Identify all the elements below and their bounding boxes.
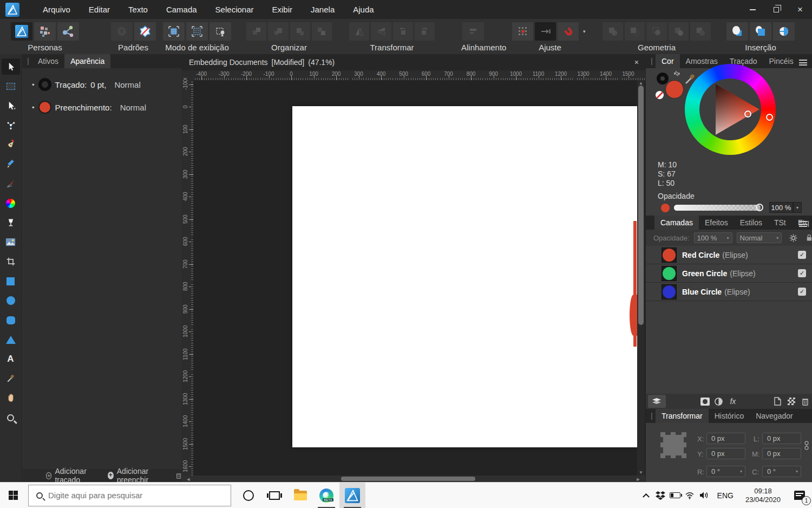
layer-effects-button[interactable]: fx bbox=[725, 397, 741, 406]
opacity-slider[interactable] bbox=[674, 205, 761, 211]
horizontal-scrollbar-thumb[interactable] bbox=[341, 477, 475, 481]
rotation-field-input[interactable]: 0 °▾ bbox=[706, 466, 745, 477]
shear-field-input[interactable]: 0 °▾ bbox=[762, 466, 801, 477]
opacity-slider-knob[interactable] bbox=[756, 204, 763, 211]
flip-horizontal-button[interactable] bbox=[349, 22, 369, 41]
crop-tool[interactable] bbox=[2, 253, 20, 270]
export-persona-button[interactable] bbox=[57, 22, 79, 41]
document-close-icon[interactable]: × bbox=[634, 58, 639, 67]
menu-item[interactable]: Selecionar bbox=[206, 1, 263, 18]
boolean-combine-button[interactable] bbox=[690, 22, 711, 41]
stroke-swatch[interactable] bbox=[38, 78, 51, 91]
horizontal-ruler[interactable]: -400-300-200-100010020030040050060070080… bbox=[193, 70, 645, 80]
network-tray-button[interactable] bbox=[683, 483, 697, 508]
boolean-subtract-button[interactable]: − bbox=[625, 22, 645, 41]
fill-swatch[interactable] bbox=[38, 101, 51, 114]
transform-tab[interactable]: Histórico bbox=[709, 409, 750, 423]
panel-drag-handle[interactable] bbox=[28, 58, 29, 65]
start-button[interactable] bbox=[0, 483, 26, 508]
taskbar-search[interactable] bbox=[28, 485, 231, 506]
height-field-input[interactable]: 0 px bbox=[762, 448, 801, 459]
search-input[interactable] bbox=[48, 491, 211, 500]
view-mode-pixel-button[interactable] bbox=[163, 22, 185, 41]
layer-visibility-checkbox[interactable]: ✓ bbox=[798, 269, 806, 277]
rotate-cw-button[interactable] bbox=[415, 22, 435, 41]
menu-item[interactable]: Editar bbox=[80, 1, 119, 18]
dropbox-tray-button[interactable] bbox=[653, 483, 668, 508]
triangle-tool[interactable] bbox=[2, 331, 20, 348]
view-mode-retina-button[interactable] bbox=[186, 22, 208, 41]
vertical-ruler[interactable]: -100010020030040050060070080090010001100… bbox=[181, 80, 193, 476]
view-mode-outline-button[interactable] bbox=[209, 22, 231, 41]
text-tool[interactable]: A bbox=[2, 351, 20, 367]
opacity-color-swatch[interactable] bbox=[661, 204, 670, 212]
pattern-save-button[interactable] bbox=[111, 22, 133, 41]
fill-color-swatch[interactable] bbox=[665, 80, 684, 99]
layers-tab[interactable]: Estilos bbox=[734, 216, 768, 230]
width-field-input[interactable]: 0 px bbox=[762, 433, 801, 444]
snapping-magnet-button[interactable] bbox=[558, 22, 579, 41]
layer-thumbnail[interactable] bbox=[662, 248, 677, 263]
panel-drag-handle[interactable] bbox=[651, 58, 652, 65]
menu-item[interactable]: Arquivo bbox=[34, 1, 80, 18]
scroll-up-icon[interactable]: ▲ bbox=[637, 81, 645, 86]
close-button[interactable]: × bbox=[788, 0, 812, 19]
new-layer-button[interactable] bbox=[771, 397, 784, 406]
order-forward-button[interactable] bbox=[268, 22, 288, 41]
appearance-tab[interactable]: Ativos bbox=[32, 54, 64, 68]
tray-expand-button[interactable] bbox=[639, 483, 653, 508]
layers-tab[interactable]: Camadas bbox=[654, 216, 699, 230]
layers-tab[interactable]: TSt bbox=[768, 216, 792, 230]
rotate-ccw-button[interactable] bbox=[393, 22, 413, 41]
color-tab[interactable]: Cor bbox=[656, 54, 680, 68]
transform-tab[interactable]: Transformar bbox=[656, 409, 709, 423]
scroll-left-icon[interactable]: ◄ bbox=[185, 477, 192, 482]
panel-drag-handle[interactable] bbox=[651, 413, 652, 420]
boolean-add-button[interactable]: + bbox=[603, 22, 623, 41]
x-field-input[interactable]: 0 px bbox=[706, 433, 745, 444]
pixel-persona-button[interactable] bbox=[34, 22, 56, 41]
new-pattern-layer-button[interactable] bbox=[784, 398, 798, 405]
artboard-tool[interactable] bbox=[2, 78, 20, 94]
zoom-tool[interactable] bbox=[2, 409, 20, 426]
edge-beta-button[interactable]: BETA bbox=[313, 483, 339, 508]
mask-layer-button[interactable] bbox=[698, 398, 712, 406]
place-image-tool[interactable] bbox=[2, 234, 20, 250]
affinity-designer-taskbar-button[interactable] bbox=[339, 483, 365, 508]
move-whole-pixels-button[interactable] bbox=[535, 22, 556, 41]
pen-tool[interactable] bbox=[2, 136, 20, 153]
blend-mode-dropdown[interactable]: Normal▾ bbox=[737, 232, 782, 243]
vertical-scrollbar[interactable]: ▲ ▼ bbox=[637, 80, 645, 476]
opacity-dropdown-arrow[interactable]: ▾ bbox=[793, 202, 802, 213]
vector-brush-tool[interactable] bbox=[2, 175, 20, 192]
insert-top-button[interactable] bbox=[750, 22, 771, 41]
canvas-viewport[interactable]: ▲ ▼ bbox=[193, 80, 645, 476]
move-tool[interactable] bbox=[2, 58, 20, 75]
transparency-tool[interactable] bbox=[2, 214, 20, 231]
stroke-blend-mode[interactable]: Normal bbox=[114, 80, 140, 89]
rounded-rectangle-tool[interactable] bbox=[2, 312, 20, 328]
taskbar-clock[interactable]: 09:18 23/04/2020 bbox=[739, 487, 787, 504]
swap-colors-icon[interactable]: ⇄ bbox=[672, 68, 682, 79]
snapping-dropdown-arrow[interactable]: ▾ bbox=[580, 22, 588, 41]
adjustment-layer-button[interactable] bbox=[712, 398, 725, 406]
pattern-none-button[interactable] bbox=[134, 22, 156, 41]
insert-inside-button[interactable] bbox=[773, 22, 795, 41]
document-page[interactable] bbox=[292, 106, 637, 447]
blend-options-gear-icon[interactable] bbox=[789, 233, 797, 243]
point-transform-tool[interactable] bbox=[2, 117, 20, 133]
restore-button[interactable] bbox=[764, 0, 788, 19]
battery-tray-button[interactable] bbox=[668, 483, 683, 508]
layers-stack-button[interactable] bbox=[648, 395, 666, 408]
order-back-button[interactable] bbox=[312, 22, 332, 41]
vertical-scrollbar-thumb[interactable] bbox=[638, 86, 644, 325]
menu-item[interactable]: Exibir bbox=[263, 1, 302, 18]
order-backward-button[interactable] bbox=[290, 22, 310, 41]
snap-grid-button[interactable] bbox=[512, 22, 533, 41]
menu-item[interactable]: Texto bbox=[119, 1, 157, 18]
opacity-value[interactable]: 100 % bbox=[769, 202, 793, 213]
alignment-button[interactable] bbox=[462, 22, 484, 41]
document-tab[interactable]: Embedding Documents [Modified] (47.1%) bbox=[189, 58, 335, 67]
layers-opacity-dropdown[interactable]: 100 %▾ bbox=[694, 232, 732, 243]
y-field-input[interactable]: 0 px bbox=[706, 448, 745, 459]
